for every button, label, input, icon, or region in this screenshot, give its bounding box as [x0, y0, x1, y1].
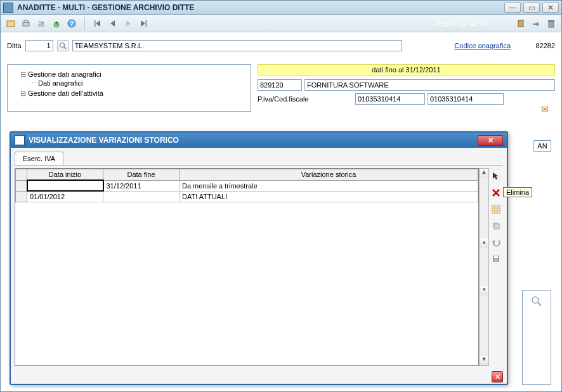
svg-rect-5	[38, 24, 44, 27]
mail-icon[interactable]: ✉	[541, 104, 549, 114]
cell-variazione[interactable]: DATI ATTUALI	[180, 191, 478, 202]
tab-eserc-iva[interactable]: Eserc. IVA	[15, 152, 63, 165]
col-variazione[interactable]: Variazione storica	[180, 169, 478, 181]
grid-rowheader-col	[16, 169, 27, 181]
toolbar: ? TeamSystem	[1, 15, 561, 32]
ditta-label: Ditta	[7, 42, 22, 49]
svg-rect-31	[494, 224, 499, 229]
scroll-marker-icon: ▴	[480, 238, 488, 248]
svg-text:?: ?	[70, 20, 74, 27]
dati-fino-banner: dati fino al 31/12/2011	[258, 64, 555, 75]
svg-rect-1	[23, 22, 29, 26]
svg-rect-17	[548, 20, 554, 22]
piva-label: P.iva/Cod.fiscale	[258, 94, 353, 104]
cell-data-fine[interactable]	[103, 191, 180, 202]
grid-icon[interactable]	[490, 204, 502, 215]
codice-value: 82282	[521, 42, 555, 49]
svg-marker-10	[96, 20, 100, 27]
search-icon[interactable]	[531, 296, 542, 307]
svg-rect-9	[95, 20, 96, 27]
grid-row[interactable]: 01/01/2012 DATI ATTUALI	[16, 191, 478, 202]
svg-marker-12	[126, 20, 131, 27]
tree-node-anagrafici[interactable]: Gestione dati anagrafici Dati anagrafici	[20, 70, 247, 89]
dialog-variazioni-storico: VISUALIZZAZIONE VARIAZIONI STORICO ✕ Ese…	[10, 131, 508, 385]
cell-data-fine[interactable]: 31/12/2011	[103, 180, 180, 191]
svg-point-18	[60, 43, 64, 48]
grid-side-toolbar: Elimina	[489, 168, 503, 366]
help-icon[interactable]: ?	[65, 17, 78, 30]
main-titlebar: ANADITTE - MULTI - GESTIONE ARCHIVIO DIT…	[1, 1, 561, 15]
svg-rect-15	[518, 20, 523, 27]
svg-line-19	[64, 47, 66, 49]
svg-marker-11	[110, 20, 115, 27]
export-icon[interactable]	[50, 17, 63, 30]
scroll-up-icon[interactable]: ▲	[480, 169, 488, 178]
trash-icon[interactable]	[545, 17, 558, 30]
brand-label: TeamSystem	[433, 18, 488, 29]
tree-panel[interactable]: Gestione dati anagrafici Dati anagrafici…	[7, 64, 251, 112]
forward-icon[interactable]	[530, 17, 542, 30]
cell-data-inizio[interactable]: 01/01/2012	[27, 191, 103, 202]
minimize-button[interactable]: —	[504, 3, 521, 13]
users-icon[interactable]	[35, 17, 48, 30]
dialog-app-icon	[15, 135, 25, 145]
lookup-button[interactable]	[57, 40, 69, 51]
activity-desc-input[interactable]	[304, 79, 555, 91]
copy-icon[interactable]	[490, 220, 502, 232]
dialog-close-button[interactable]: ✕	[478, 135, 503, 146]
ditta-name-input[interactable]	[72, 40, 402, 51]
prev-icon[interactable]	[107, 17, 119, 30]
grid-scrollbar[interactable]: ▲ ▴ ▾ ▼	[479, 168, 489, 366]
svg-marker-13	[141, 20, 145, 27]
col-data-inizio[interactable]: Data inizio	[27, 169, 103, 181]
piva-input[interactable]	[355, 93, 425, 105]
print-icon[interactable]	[20, 17, 32, 30]
clipboard-icon[interactable]	[514, 17, 527, 30]
svg-line-21	[538, 303, 541, 306]
svg-marker-22	[493, 173, 499, 180]
scroll-marker-icon: ▾	[480, 286, 488, 296]
svg-rect-25	[492, 206, 500, 213]
maximize-button[interactable]: ▭	[523, 3, 540, 13]
svg-point-20	[532, 297, 539, 303]
tree-leaf-dati-anagrafici[interactable]: Dati anagrafici	[29, 79, 247, 88]
delete-tooltip: Elimina	[503, 187, 532, 197]
scroll-down-icon[interactable]: ▼	[480, 356, 488, 365]
search-icon	[59, 42, 67, 49]
window-title: ANADITTE - MULTI - GESTIONE ARCHIVIO DIT…	[17, 3, 504, 12]
activity-code-input[interactable]	[258, 79, 302, 91]
codice-anagrafica-link[interactable]: Codice anagrafica	[454, 42, 511, 49]
cell-variazione[interactable]: Da mensile a trimestrale	[180, 180, 478, 191]
svg-rect-34	[494, 256, 498, 258]
svg-point-3	[39, 20, 41, 23]
svg-rect-2	[24, 20, 28, 22]
side-search-panel	[522, 290, 551, 385]
open-icon[interactable]	[4, 17, 17, 30]
close-button[interactable]: ✕	[542, 3, 559, 13]
svg-rect-14	[146, 20, 147, 27]
grid-row[interactable]: 31/12/2011 Da mensile a trimestrale	[16, 180, 478, 191]
ditta-id-input[interactable]	[25, 40, 53, 51]
svg-rect-35	[495, 259, 497, 261]
app-icon	[3, 3, 13, 13]
col-data-fine[interactable]: Data fine	[103, 169, 180, 181]
codfiscale-input[interactable]	[428, 93, 504, 105]
svg-point-4	[41, 21, 44, 23]
history-grid[interactable]: Data inizio Data fine Variazione storica…	[15, 168, 479, 366]
dialog-titlebar[interactable]: VISUALIZZAZIONE VARIAZIONI STORICO ✕	[11, 133, 507, 148]
last-icon[interactable]	[137, 17, 150, 30]
dialog-title: VISUALIZZAZIONE VARIAZIONI STORICO	[29, 136, 478, 145]
cell-data-inizio[interactable]	[27, 180, 103, 191]
delete-icon[interactable]	[490, 187, 502, 199]
an-field[interactable]	[533, 140, 551, 152]
save-icon[interactable]	[490, 253, 502, 265]
undo-icon[interactable]	[490, 237, 502, 248]
dialog-footer-close-button[interactable]: ✕	[492, 371, 503, 382]
pointer-icon[interactable]	[490, 171, 502, 182]
first-icon[interactable]	[91, 17, 104, 30]
svg-rect-16	[549, 22, 554, 27]
next-icon[interactable]	[122, 17, 134, 30]
svg-rect-0	[7, 21, 15, 27]
tree-node-attivita[interactable]: Gestione dati dell'attività	[20, 89, 247, 98]
